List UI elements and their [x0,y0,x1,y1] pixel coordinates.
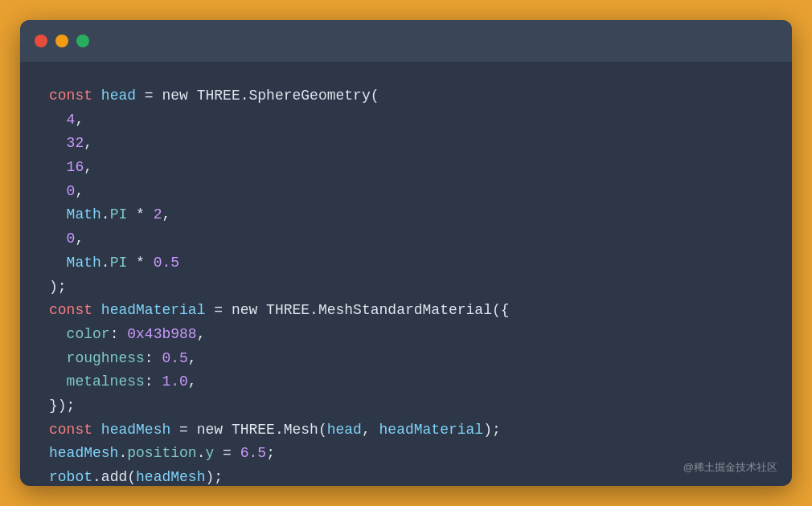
close-button[interactable] [35,35,47,47]
watermark: @稀土掘金技术社区 [683,460,777,475]
code-window: const head = new THREE.SphereGeometry( 4… [20,20,792,486]
code-area: const head = new THREE.SphereGeometry( 4… [20,62,792,486]
minimize-button[interactable] [55,35,68,47]
maximize-button[interactable] [76,35,89,47]
titlebar [20,20,792,62]
code-block: const head = new THREE.SphereGeometry( 4… [49,84,763,486]
